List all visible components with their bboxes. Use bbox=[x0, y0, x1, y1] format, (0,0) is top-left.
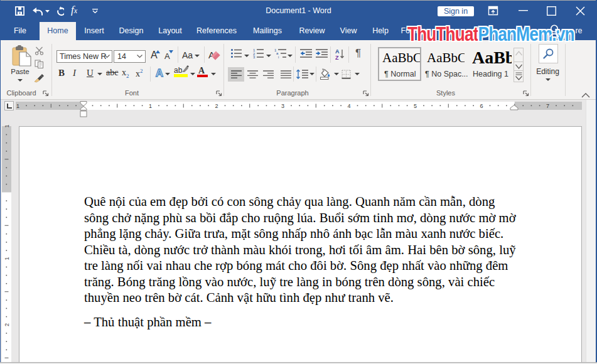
svg-text:5: 5 bbox=[414, 103, 417, 109]
svg-text:1: 1 bbox=[16, 103, 19, 109]
svg-text:i: i bbox=[278, 55, 279, 58]
svg-text:4: 4 bbox=[347, 103, 350, 109]
svg-text:A: A bbox=[335, 48, 340, 55]
svg-text:2: 2 bbox=[215, 103, 218, 109]
svg-text:Z: Z bbox=[335, 55, 339, 60]
svg-text:3: 3 bbox=[253, 55, 255, 58]
svg-text:1: 1 bbox=[149, 103, 152, 109]
svg-text:6: 6 bbox=[480, 103, 483, 109]
svg-text:7: 7 bbox=[546, 103, 549, 109]
svg-text:A: A bbox=[156, 67, 163, 78]
svg-text:1: 1 bbox=[4, 124, 10, 127]
svg-text:3: 3 bbox=[281, 103, 284, 109]
svg-text:2: 2 bbox=[4, 323, 10, 326]
svg-text:1: 1 bbox=[4, 257, 10, 260]
